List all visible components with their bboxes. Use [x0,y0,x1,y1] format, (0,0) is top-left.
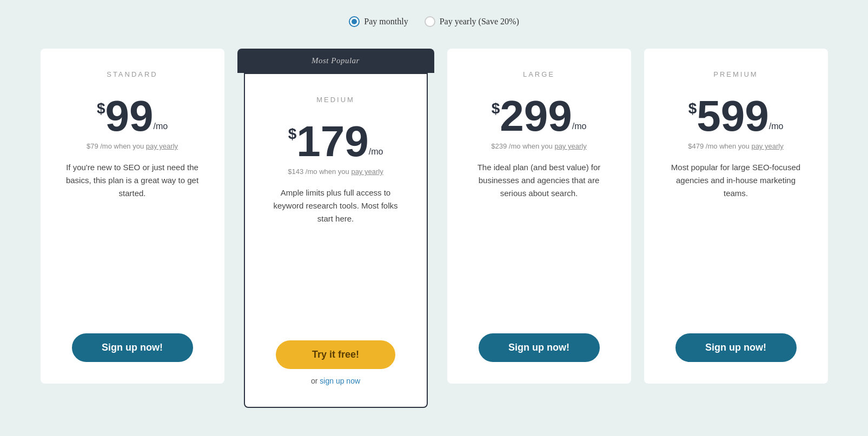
plan-medium-description: Ample limits plus full access to keyword… [261,186,410,225]
plan-standard-mo: /mo [153,122,168,131]
plan-premium-price-block: $ 599 /mo [688,95,784,138]
plan-premium-dollar: $ [688,100,697,117]
plan-medium-amount: 179 [296,120,368,163]
plan-medium-or-signup: or sign up now [311,377,360,385]
plan-premium-description: Most popular for large SEO-focused agenc… [660,161,812,200]
yearly-radio[interactable] [425,16,435,27]
plan-medium-yearly: $143 /mo when you pay yearly [288,167,383,176]
plan-medium-signup-link[interactable]: sign up now [320,377,360,385]
plan-large-yearly-link[interactable]: pay yearly [554,142,586,150]
plan-medium-wrapper: Most Popular MEDIUM $ 179 /mo $143 /mo w… [237,49,434,408]
plan-large-cta[interactable]: Sign up now! [479,333,600,362]
plan-premium-cta[interactable]: Sign up now! [675,333,797,362]
billing-toggle: Pay monthly Pay yearly (Save 20%) [349,16,519,27]
plan-medium-cta[interactable]: Try it free! [276,340,395,369]
plan-premium-yearly-link[interactable]: pay yearly [751,142,783,150]
plan-standard-dollar: $ [97,100,105,117]
plan-standard-yearly: $79 /mo when you pay yearly [87,142,178,150]
plan-large-description: The ideal plan (and best value) for busi… [463,161,615,200]
monthly-radio[interactable] [349,16,360,27]
plan-standard-price-block: $ 99 /mo [97,95,168,138]
plan-large: LARGE $ 299 /mo $239 /mo when you pay ye… [447,49,631,384]
plan-medium-yearly-link[interactable]: pay yearly [351,167,383,176]
monthly-label: Pay monthly [364,17,408,26]
plan-premium-mo: /mo [769,122,784,131]
plan-large-yearly: $239 /mo when you pay yearly [491,142,586,150]
plan-standard-amount: 99 [105,95,153,138]
most-popular-banner: Most Popular [237,49,434,73]
plan-premium: PREMIUM $ 599 /mo $479 /mo when you pay … [644,49,828,384]
plan-large-name: LARGE [523,70,555,78]
monthly-radio-dot [352,19,357,24]
plan-standard-yearly-link[interactable]: pay yearly [146,142,178,150]
plan-standard-description: If you're new to SEO or just need the ba… [57,161,208,200]
plan-medium: MEDIUM $ 179 /mo $143 /mo when you pay y… [244,73,428,408]
plan-medium-name: MEDIUM [316,96,355,104]
plan-standard-name: STANDARD [107,70,158,78]
plan-large-price-block: $ 299 /mo [492,95,587,138]
yearly-label: Pay yearly (Save 20%) [440,17,519,26]
plan-large-amount: 299 [500,95,572,138]
plan-standard-cta[interactable]: Sign up now! [72,333,193,362]
plan-medium-dollar: $ [288,125,297,143]
plan-premium-yearly: $479 /mo when you pay yearly [688,142,783,150]
plan-medium-mo: /mo [369,147,383,157]
plan-standard: STANDARD $ 99 /mo $79 /mo when you pay y… [41,49,224,384]
pay-yearly-option[interactable]: Pay yearly (Save 20%) [425,16,519,27]
plan-premium-name: PREMIUM [713,70,758,78]
plan-large-mo: /mo [572,122,587,131]
pay-monthly-option[interactable]: Pay monthly [349,16,408,27]
plan-medium-price-block: $ 179 /mo [288,120,383,163]
plan-large-dollar: $ [492,100,500,117]
plan-premium-amount: 599 [697,95,768,138]
plans-container: STANDARD $ 99 /mo $79 /mo when you pay y… [23,49,845,408]
